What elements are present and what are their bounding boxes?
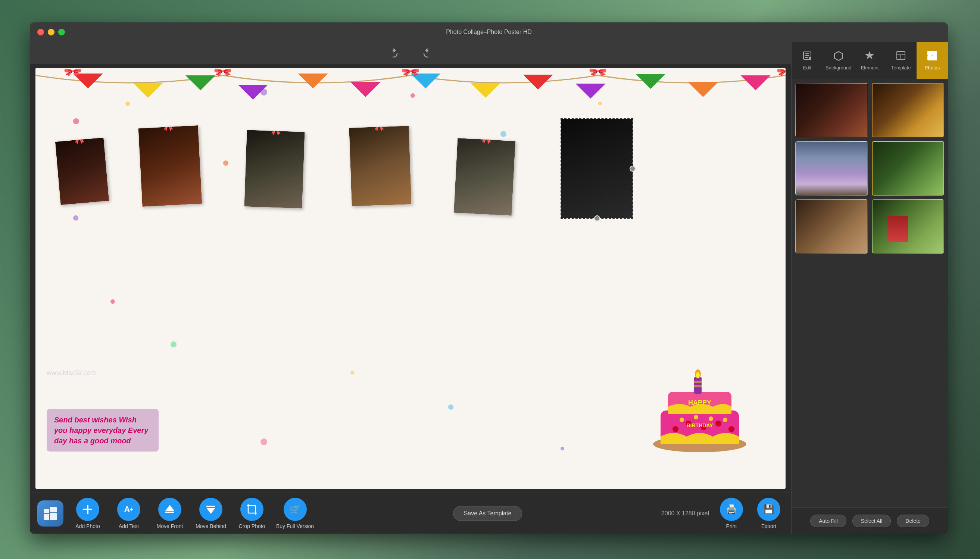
collage-text-content: Send best wishes Wish you happy everyday… [54,415,151,446]
app-icon-button[interactable] [37,500,63,526]
svg-marker-50 [835,51,843,60]
export-label: Export [761,523,776,529]
svg-marker-1 [133,83,163,98]
buy-full-version-label: Buy Full Version [276,523,314,529]
svg-text:HAPPY: HAPPY [688,399,711,406]
auto-fill-button[interactable]: Auto Fill [810,514,846,527]
add-text-icon: A+ [117,498,140,521]
photo-frame-5[interactable]: 🎀 [453,138,515,216]
minimize-button[interactable] [48,29,55,35]
close-button[interactable] [37,29,44,35]
add-photo-button[interactable]: Add Photo [71,498,104,529]
svg-marker-43 [165,505,174,511]
undo-button[interactable] [389,45,405,61]
add-text-label: Add Text [119,523,139,529]
element-tab-label: Element [861,65,879,71]
svg-point-28 [709,417,713,421]
maximize-button[interactable] [58,29,65,35]
dot-decor [73,215,78,220]
bow-decoration: 🎀 [373,126,385,132]
svg-point-26 [679,418,684,422]
dot-decor [261,438,267,445]
dot-decor [448,405,453,410]
print-button[interactable]: 🖨️ Print [717,498,746,529]
bottom-toolbar: Add Photo A+ Add Text Move Fro [30,493,791,534]
export-button[interactable]: 💾 Export [754,498,784,529]
template-tab-icon [896,50,906,63]
svg-text:BIRTHDAY: BIRTHDAY [686,422,713,428]
export-icon: 💾 [757,498,780,521]
selected-frame[interactable] [560,118,633,219]
buy-full-version-button[interactable]: 🛒 Buy Full Version [276,498,314,529]
app-window: Photo Collage–Photo Poster HD [30,22,948,534]
print-label: Print [726,523,737,529]
canvas-wrapper[interactable]: 🎀 🎀 🎀 🎀 🎀 🎀 🎀 [30,64,791,493]
svg-rect-57 [928,56,932,60]
window-controls [37,29,65,35]
buy-full-version-icon: 🛒 [284,498,307,521]
svg-point-21 [673,426,678,432]
crop-photo-button[interactable]: Crop Photo [235,498,269,529]
save-as-template-button[interactable]: Save As Template [453,506,522,521]
add-photo-label: Add Photo [75,523,100,529]
photo-thumbnail-3[interactable] [795,141,868,195]
svg-rect-38 [50,507,57,513]
photo-frame-4[interactable]: 🎀 [349,126,412,206]
svg-rect-40 [50,513,57,520]
photos-grid [792,79,948,508]
svg-text:🎀: 🎀 [401,68,420,76]
bunting-decoration: 🎀 🎀 🎀 🎀 🎀 [35,68,785,124]
crop-photo-label: Crop Photo [239,523,265,529]
svg-marker-7 [471,83,501,98]
svg-rect-42 [83,509,92,510]
svg-text:🎀: 🎀 [63,68,83,76]
svg-rect-55 [928,51,932,55]
svg-point-27 [694,415,698,419]
background-tab-label: Background [826,65,851,71]
edit-tab-label: Edit [803,65,811,71]
dot-decor [170,341,177,347]
photos-tab-label: Photos [925,65,940,71]
photo-thumbnail-4[interactable] [872,141,945,195]
select-all-button[interactable]: Select All [853,514,891,527]
photo-thumbnail-5[interactable] [795,199,868,254]
background-tab-icon [833,50,844,63]
svg-rect-46 [207,506,215,507]
move-behind-icon [199,498,222,521]
photo-thumbnail-6[interactable] [872,199,945,254]
pixel-info: 2000 X 1280 pixel [661,510,709,517]
collage-text-overlay[interactable]: Send best wishes Wish you happy everyday… [47,409,159,452]
svg-marker-3 [238,85,268,100]
add-text-button[interactable]: A+ Add Text [112,498,145,529]
tab-template[interactable]: Template [885,42,917,79]
photo-frame-2[interactable]: 🎀 [139,126,202,207]
dot-decor [223,160,228,166]
redo-button[interactable] [416,45,432,61]
tab-edit[interactable]: Edit [792,42,823,79]
tab-background[interactable]: Background [823,42,854,79]
titlebar: Photo Collage–Photo Poster HD [30,22,948,42]
svg-marker-11 [688,82,718,97]
photo-frame-3[interactable]: 🎀 [244,130,304,208]
photo-thumbnail-2[interactable] [872,83,945,137]
photo-thumbnail-1[interactable] [795,83,868,137]
tab-photos[interactable]: Photos [917,42,948,79]
move-front-icon [158,498,181,521]
svg-marker-4 [298,73,328,88]
move-behind-button[interactable]: Move Behind [194,498,228,529]
svg-text:🎀: 🎀 [776,68,785,76]
canvas-area: 🎀 🎀 🎀 🎀 🎀 🎀 🎀 [30,42,791,534]
svg-rect-47 [248,506,256,513]
canvas[interactable]: 🎀 🎀 🎀 🎀 🎀 🎀 🎀 [35,68,785,489]
tab-element[interactable]: Element [854,42,886,79]
svg-rect-58 [933,56,937,60]
svg-point-24 [716,420,721,427]
svg-rect-44 [165,512,174,513]
svg-marker-51 [865,51,874,60]
main-layout: 🎀 🎀 🎀 🎀 🎀 🎀 🎀 [30,42,948,534]
delete-button[interactable]: Delete [897,514,929,527]
svg-marker-9 [575,84,605,99]
move-front-button[interactable]: Move Front [153,498,187,529]
photo-frame-1[interactable]: 🎀 [55,137,109,205]
right-panel: Edit Background El [791,42,948,534]
